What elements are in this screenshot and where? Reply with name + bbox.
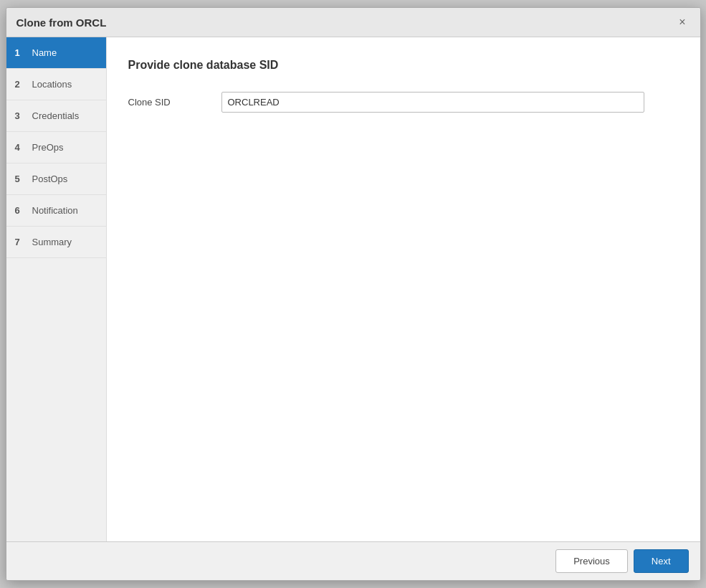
sidebar-item-summary[interactable]: 7Summary [6,227,106,258]
section-title: Provide clone database SID [128,59,679,72]
step-number: 6 [15,205,27,216]
sidebar-item-postops[interactable]: 5PostOps [6,163,106,195]
main-content: Provide clone database SID Clone SID [107,37,700,541]
sidebar: 1Name2Locations3Credentials4PreOps5PostO… [6,37,107,541]
dialog-header: Clone from ORCL × [6,8,700,37]
clone-sid-label: Clone SID [128,97,221,108]
clone-dialog: Clone from ORCL × 1Name2Locations3Creden… [6,7,701,581]
form-row-clone-sid: Clone SID [128,92,679,113]
sidebar-item-preops[interactable]: 4PreOps [6,132,106,163]
sidebar-item-credentials[interactable]: 3Credentials [6,100,106,132]
dialog-footer: Previous Next [6,541,700,580]
previous-button[interactable]: Previous [555,549,628,573]
step-label: Credentials [32,110,80,121]
close-button[interactable]: × [674,15,690,29]
step-label: Summary [32,237,72,247]
dialog-body: 1Name2Locations3Credentials4PreOps5PostO… [6,37,700,541]
dialog-title: Clone from ORCL [16,16,107,29]
step-label: Name [32,47,57,58]
step-number: 2 [15,79,27,90]
step-number: 1 [15,47,27,58]
sidebar-item-notification[interactable]: 6Notification [6,195,106,227]
step-number: 5 [15,174,27,184]
step-label: PostOps [32,174,68,184]
step-number: 4 [15,142,27,153]
step-number: 7 [15,237,27,247]
clone-sid-input[interactable] [221,92,644,113]
step-label: Notification [32,205,78,216]
step-label: PreOps [32,142,64,153]
next-button[interactable]: Next [634,549,689,573]
sidebar-item-name[interactable]: 1Name [6,37,106,69]
step-label: Locations [32,79,72,90]
step-number: 3 [15,110,27,121]
sidebar-item-locations[interactable]: 2Locations [6,69,106,100]
